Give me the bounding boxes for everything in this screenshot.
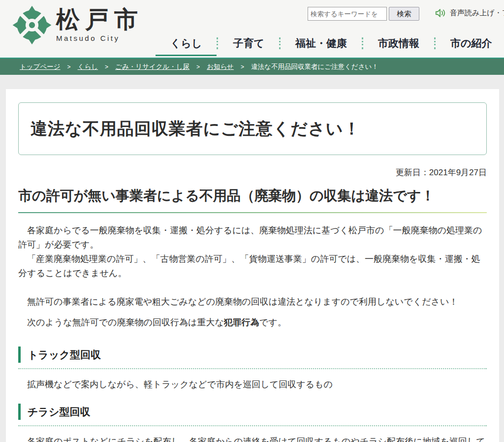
search-area: 検索 [308, 7, 419, 21]
breadcrumb-link-oshirase[interactable]: お知らせ [207, 63, 234, 71]
breadcrumb-separator: > [105, 63, 108, 70]
breadcrumb-separator: > [196, 63, 200, 70]
dotted-divider [18, 425, 487, 426]
article-heading: 市の許可が無い事業者による不用品（廃棄物）の収集は違法です！ [18, 187, 487, 205]
matsudo-city-emblem-icon [12, 4, 52, 46]
crime-note-after: です。 [259, 317, 286, 327]
updated-date: 更新日：2021年9月27日 [18, 167, 487, 178]
site-logo[interactable]: 松戸市 Matsudo City [12, 4, 143, 46]
logo-title: 松戸市 [56, 7, 143, 33]
section-body-truck: 拡声機などで案内しながら、軽トラックなどで市内を巡回して回収するもの [18, 378, 487, 392]
nav-item-kosodate[interactable]: 子育て [218, 36, 279, 56]
nav-item-shi-no-shokai[interactable]: 市の紹介 [436, 36, 504, 56]
logo-subtitle: Matsudo City [56, 34, 143, 42]
breadcrumb: トップページ > くらし > ごみ・リサイクル・し尿 > お知らせ > 違法な不… [0, 58, 504, 75]
paragraph-crime-note: 次のような無許可での廃棄物の回収行為は重大な犯罪行為です。 [18, 316, 487, 330]
main-content-panel: 違法な不用品回収業者にご注意ください！ 更新日：2021年9月27日 市の許可が… [6, 89, 499, 442]
nav-item-fukushi-kenko[interactable]: 福祉・健康 [281, 36, 362, 56]
breadcrumb-current-page: 違法な不用品回収業者にご注意ください！ [251, 63, 378, 71]
paragraph-permit-required: 各家庭からでる一般廃棄物を収集・運搬・処分するには、廃棄物処理法に基づく松戸市の… [18, 223, 487, 252]
site-header: 松戸市 Matsudo City 検索 音声読み上げ・フリガナ くらし 子育て … [0, 0, 504, 58]
dotted-divider [18, 368, 487, 369]
breadcrumb-separator: > [67, 63, 71, 70]
page-title: 違法な不用品回収業者にご注意ください！ [18, 102, 487, 155]
heading-underline [18, 212, 487, 213]
section-heading-flyer: チラシ型回収 [18, 404, 487, 420]
speaker-icon [435, 8, 446, 18]
breadcrumb-link-top[interactable]: トップページ [20, 63, 61, 71]
nav-item-kurashi[interactable]: くらし [156, 36, 217, 56]
breadcrumb-link-gomi-recycle[interactable]: ごみ・リサイクル・し尿 [115, 63, 189, 71]
crime-note-before: 次のような無許可での廃棄物の回収行為は重大な [18, 317, 224, 327]
breadcrumb-separator: > [241, 63, 244, 70]
section-body-flyer: 各家庭のポストなどにチラシを配布し、各家庭からの連絡を受けて回収するものやチラシ… [18, 435, 487, 442]
breadcrumb-link-kurashi[interactable]: くらし [78, 63, 98, 71]
lead-paragraphs: 各家庭からでる一般廃棄物を収集・運搬・処分するには、廃棄物処理法に基づく松戸市の… [18, 223, 487, 281]
crime-note-bold: 犯罪行為 [224, 317, 259, 327]
nav-item-shisei-joho[interactable]: 市政情報 [363, 36, 434, 56]
page: { "header": { "logo": { "title": "松戸市", … [0, 0, 504, 442]
main-nav: くらし 子育て 福祉・健康 市政情報 市の紹介 [156, 36, 504, 56]
search-button[interactable]: 検索 [389, 7, 419, 21]
section-heading-truck: トラック型回収 [18, 347, 487, 363]
audio-link-label: 音声読み上げ・フリガナ [450, 8, 504, 18]
paragraph-other-permits: 「産業廃棄物処理業の許可」、「古物営業の許可」、「貨物運送事業」の許可では、一般… [18, 252, 487, 281]
paragraph-illegal-warning: 無許可の事業者による廃家電や粗大ごみなどの廃棄物の回収は違法となりますので利用し… [18, 295, 487, 309]
search-input[interactable] [308, 7, 387, 21]
logo-text-block: 松戸市 Matsudo City [56, 7, 143, 42]
audio-readout-link[interactable]: 音声読み上げ・フリガナ [435, 8, 504, 18]
